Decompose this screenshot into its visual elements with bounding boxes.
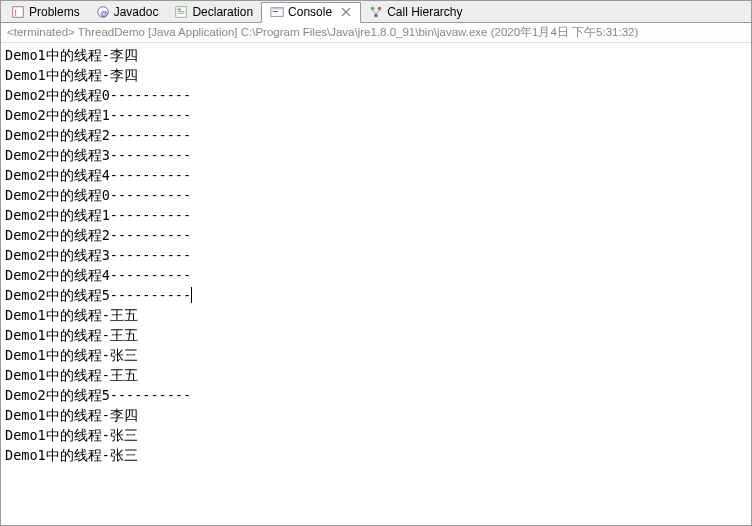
console-line: Demo1中的线程-张三: [5, 345, 747, 365]
svg-rect-10: [273, 11, 278, 12]
console-line: Demo2中的线程5----------: [5, 385, 747, 405]
close-icon[interactable]: [340, 6, 352, 18]
console-line: Demo1中的线程-王五: [5, 305, 747, 325]
console-line: Demo2中的线程4----------: [5, 165, 747, 185]
svg-point-12: [378, 6, 382, 10]
console-line: Demo2中的线程3----------: [5, 145, 747, 165]
console-line: Demo2中的线程1----------: [5, 205, 747, 225]
declaration-icon: [174, 5, 188, 19]
tab-declaration[interactable]: Declaration: [166, 1, 261, 22]
console-line: Demo1中的线程-李四: [5, 405, 747, 425]
console-line: Demo1中的线程-王五: [5, 365, 747, 385]
console-line: Demo2中的线程0----------: [5, 185, 747, 205]
svg-rect-9: [271, 8, 283, 10]
console-line: Demo2中的线程5----------: [5, 285, 747, 305]
console-line: Demo2中的线程2----------: [5, 125, 747, 145]
console-line: Demo1中的线程-王五: [5, 325, 747, 345]
console-line: Demo1中的线程-李四: [5, 65, 747, 85]
svg-rect-7: [178, 12, 185, 13]
console-line: Demo1中的线程-李四: [5, 45, 747, 65]
console-status: <terminated> ThreadDemo [Java Applicatio…: [1, 23, 751, 43]
console-line: Demo2中的线程0----------: [5, 85, 747, 105]
svg-text:@: @: [100, 8, 108, 17]
tab-label: Console: [288, 5, 332, 19]
javadoc-icon: @: [96, 5, 110, 19]
console-output[interactable]: Demo1中的线程-李四Demo1中的线程-李四Demo2中的线程0------…: [1, 43, 751, 467]
console-line: Demo2中的线程3----------: [5, 245, 747, 265]
console-line: Demo2中的线程1----------: [5, 105, 747, 125]
tab-console[interactable]: Console: [261, 2, 361, 23]
console-icon: [270, 5, 284, 19]
tab-label: Call Hierarchy: [387, 5, 462, 19]
call-hierarchy-icon: [369, 5, 383, 19]
console-line: Demo2中的线程2----------: [5, 225, 747, 245]
tab-label: Javadoc: [114, 5, 159, 19]
svg-point-13: [374, 13, 378, 17]
tab-problems[interactable]: !Problems: [3, 1, 88, 22]
problems-icon: !: [11, 5, 25, 19]
console-line: Demo1中的线程-张三: [5, 425, 747, 445]
svg-rect-6: [178, 11, 185, 12]
tab-javadoc[interactable]: @Javadoc: [88, 1, 167, 22]
svg-rect-5: [178, 8, 182, 10]
tab-label: Problems: [29, 5, 80, 19]
console-line: Demo1中的线程-张三: [5, 445, 747, 465]
tab-label: Declaration: [192, 5, 253, 19]
svg-point-11: [371, 6, 375, 10]
view-tabbar: !Problems@JavadocDeclarationConsoleCall …: [1, 1, 751, 23]
console-line: Demo2中的线程4----------: [5, 265, 747, 285]
svg-text:!: !: [15, 7, 17, 17]
tab-call-hierarchy[interactable]: Call Hierarchy: [361, 1, 470, 22]
